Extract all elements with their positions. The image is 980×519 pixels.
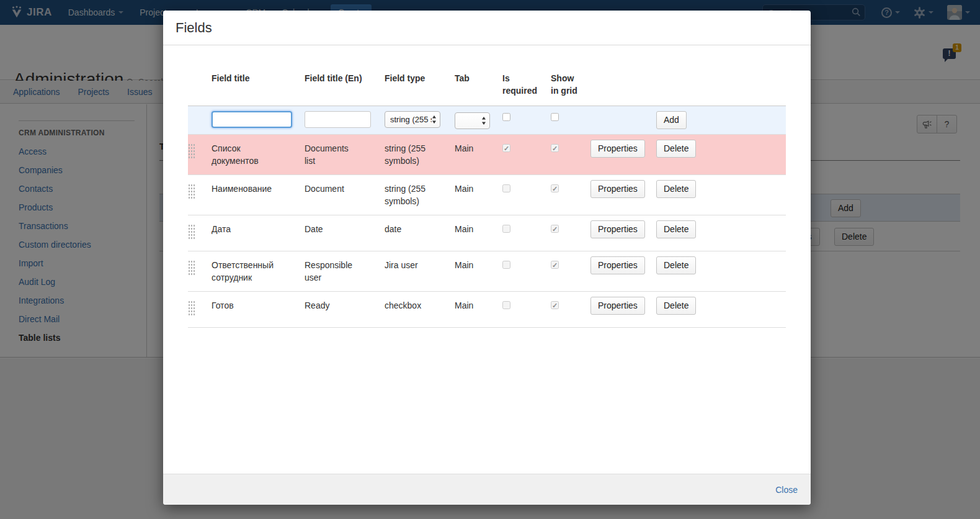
field-row: Список документов Documents list string … — [188, 135, 786, 175]
column-header-show-in-grid: Show in grid — [551, 72, 590, 106]
close-dialog-link[interactable]: Close — [775, 485, 798, 495]
field-title-cell: Дата — [212, 215, 305, 251]
field-title-cell: Готов — [212, 292, 305, 328]
dialog-body: Field title Field title (En) Field type … — [163, 46, 811, 474]
show-in-grid-checkbox[interactable] — [551, 301, 559, 309]
column-header-field-title: Field title — [212, 72, 305, 106]
field-type-cell: checkbox — [385, 292, 455, 328]
new-field-show-in-grid-checkbox[interactable] — [551, 113, 559, 121]
fields-table: Field title Field title (En) Field type … — [188, 72, 786, 328]
field-type-cell: date — [385, 215, 455, 251]
drag-handle-icon[interactable] — [188, 224, 195, 240]
column-header-field-type: Field type — [385, 72, 455, 106]
field-tab-cell: Main — [455, 292, 502, 328]
column-header-field-title-en: Field title (En) — [305, 72, 385, 106]
fields-dialog: Fields Field title Field title (En) Fiel… — [163, 11, 811, 505]
properties-button[interactable]: Properties — [590, 256, 645, 274]
column-header-handle — [188, 72, 212, 106]
field-type-cell: string (255 symbols) — [385, 175, 455, 215]
field-row: Ответственный сотрудник Responsible user… — [188, 251, 786, 292]
select-arrows-icon — [481, 116, 486, 125]
delete-button[interactable]: Delete — [656, 256, 696, 274]
field-title-en-cell: Date — [305, 215, 385, 251]
drag-handle-icon[interactable] — [188, 184, 195, 200]
delete-button[interactable]: Delete — [656, 140, 696, 158]
column-header-is-required: Is required — [502, 72, 551, 106]
screen: JIRA Dashboards Projects Issues CRM Cale… — [0, 0, 980, 519]
is-required-checkbox[interactable] — [502, 184, 510, 192]
is-required-checkbox[interactable] — [502, 301, 510, 309]
delete-button[interactable]: Delete — [656, 180, 696, 198]
field-row: Готов Ready checkbox Main Properties Del… — [188, 292, 786, 328]
field-tab-cell: Main — [455, 251, 502, 292]
field-title-en-cell: Document — [305, 175, 385, 215]
drag-handle-icon[interactable] — [188, 260, 195, 276]
new-field-type-value: string (255 symbols) — [390, 114, 432, 126]
properties-button[interactable]: Properties — [590, 140, 645, 158]
new-field-tab-select[interactable] — [455, 112, 490, 129]
drag-handle-icon[interactable] — [188, 143, 195, 160]
new-field-title-en-input[interactable] — [305, 111, 371, 128]
field-row: Дата Date date Main Properties Delete — [188, 215, 786, 251]
fields-table-header-row: Field title Field title (En) Field type … — [188, 72, 786, 106]
new-field-title-input[interactable] — [212, 111, 292, 128]
field-title-en-cell: Responsible user — [305, 251, 385, 292]
field-title-cell: Наименование — [212, 175, 305, 215]
add-field-button[interactable]: Add — [656, 111, 687, 129]
field-type-cell: string (255 symbols) — [385, 135, 455, 175]
column-header-actions2 — [650, 72, 786, 106]
column-header-actions — [590, 72, 650, 106]
show-in-grid-checkbox[interactable] — [551, 225, 559, 233]
dialog-header: Fields — [163, 11, 811, 45]
is-required-checkbox[interactable] — [502, 144, 510, 152]
delete-button[interactable]: Delete — [656, 220, 696, 238]
new-field-is-required-checkbox[interactable] — [502, 113, 510, 121]
dialog-footer: Close — [163, 474, 811, 505]
delete-button[interactable]: Delete — [656, 297, 696, 315]
properties-button[interactable]: Properties — [590, 180, 645, 198]
field-tab-cell: Main — [455, 175, 502, 215]
add-field-row: string (255 symbols) — [188, 106, 786, 135]
field-title-cell: Список документов — [212, 135, 305, 175]
field-title-cell: Ответственный сотрудник — [212, 251, 305, 292]
column-header-tab: Tab — [455, 72, 502, 106]
field-tab-cell: Main — [455, 135, 502, 175]
field-title-en-cell: Ready — [305, 292, 385, 328]
show-in-grid-checkbox[interactable] — [551, 184, 559, 192]
field-title-en-cell: Documents list — [305, 135, 385, 175]
new-field-type-select[interactable]: string (255 symbols) — [385, 111, 440, 128]
field-tab-cell: Main — [455, 215, 502, 251]
show-in-grid-checkbox[interactable] — [551, 261, 559, 269]
show-in-grid-checkbox[interactable] — [551, 144, 559, 152]
properties-button[interactable]: Properties — [590, 297, 645, 315]
is-required-checkbox[interactable] — [502, 261, 510, 269]
fields-table-body: string (255 symbols) — [188, 106, 786, 328]
field-row: Наименование Document string (255 symbol… — [188, 175, 786, 215]
is-required-checkbox[interactable] — [502, 225, 510, 233]
dialog-title: Fields — [176, 20, 212, 36]
drag-handle-icon[interactable] — [188, 300, 195, 317]
properties-button[interactable]: Properties — [590, 220, 645, 238]
select-arrows-icon — [432, 115, 437, 124]
field-type-cell: Jira user — [385, 251, 455, 292]
